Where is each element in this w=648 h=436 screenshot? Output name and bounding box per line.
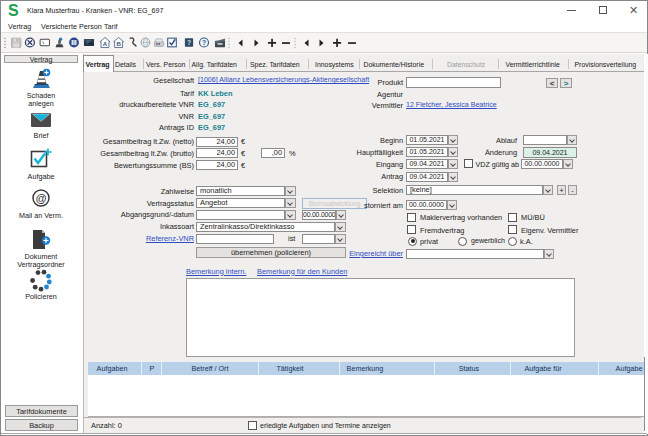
- svg-text:?: ?: [202, 39, 206, 46]
- svg-text:B: B: [116, 40, 121, 47]
- svg-text:A: A: [103, 40, 108, 47]
- svg-text:?: ?: [187, 39, 191, 46]
